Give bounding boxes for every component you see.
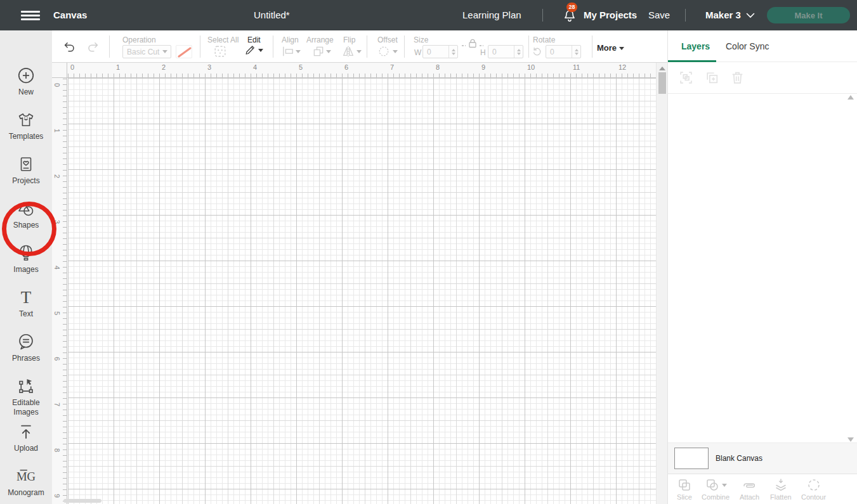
rotate-input[interactable]: 0	[546, 45, 581, 58]
rotate-stepper[interactable]	[572, 46, 580, 58]
height-input[interactable]: 0	[488, 45, 523, 58]
canvas-area: 0123456789101112 0123456789	[52, 63, 656, 504]
tab-color-sync[interactable]: Color Sync	[726, 41, 769, 51]
offset-dropdown-caret[interactable]	[393, 50, 398, 53]
sidebar-item-templates[interactable]: Templates	[0, 110, 52, 141]
trash-icon[interactable]	[729, 70, 745, 86]
flip-icon[interactable]	[341, 44, 355, 58]
canvas-hscrollbar-thumb[interactable]	[63, 499, 101, 503]
top-header-bar: Canvas Untitled* Learning Plan 28 My Pro…	[0, 0, 857, 30]
operation-color-swatch[interactable]	[176, 45, 192, 58]
panel-tabs: Layers Color Sync	[668, 30, 857, 62]
sidebar-item-upload[interactable]: Upload	[0, 422, 52, 453]
ruler-number: 8	[53, 446, 61, 455]
speech-bubble-icon	[16, 332, 36, 351]
arrange-icon[interactable]	[312, 45, 325, 58]
offset-icon[interactable]	[377, 45, 390, 58]
design-grid-canvas[interactable]	[68, 78, 656, 504]
sidebar-item-editable-images[interactable]: Editable Images	[0, 377, 52, 417]
contour-button[interactable]: Contour	[801, 477, 826, 501]
width-stepper[interactable]	[448, 46, 457, 58]
ruler-number: 5	[299, 63, 303, 71]
layers-toolbar	[668, 62, 857, 94]
save-button[interactable]: Save	[648, 0, 670, 30]
ruler-number: 11	[573, 63, 580, 71]
svg-text:MG: MG	[16, 470, 36, 483]
blank-canvas-swatch[interactable]	[674, 448, 709, 469]
duplicate-icon[interactable]	[704, 70, 720, 86]
canvas-vscrollbar[interactable]	[656, 63, 667, 504]
text-icon: T	[21, 288, 32, 307]
combine-dropdown-caret[interactable]	[722, 484, 727, 487]
width-input[interactable]: 0	[422, 45, 458, 58]
ruler-number: 7	[390, 63, 394, 71]
more-dropdown-caret[interactable]	[619, 47, 624, 50]
size-label: Size	[414, 36, 428, 44]
document-title[interactable]: Untitled*	[254, 0, 290, 30]
blank-canvas-label: Blank Canvas	[716, 454, 762, 463]
ruler-number: 2	[162, 63, 166, 71]
height-stepper[interactable]	[514, 46, 523, 58]
sidebar-item-new[interactable]: New	[0, 66, 52, 97]
hamburger-menu-icon[interactable]	[21, 11, 40, 20]
header-divider	[542, 9, 543, 22]
ruler-number: 1	[116, 63, 120, 71]
flip-dropdown-caret[interactable]	[357, 50, 362, 53]
learning-plan-link[interactable]: Learning Plan	[462, 0, 521, 30]
my-projects-link[interactable]: My Projects	[584, 0, 637, 30]
edit-menu[interactable]: Edit	[247, 36, 261, 44]
sidebar-item-images[interactable]: Images	[0, 243, 52, 275]
scroll-up-arrow[interactable]	[659, 67, 665, 70]
sidebar-item-shapes[interactable]: Shapes	[0, 199, 52, 230]
undo-button[interactable]	[62, 41, 76, 53]
pencil-icon[interactable]	[244, 44, 256, 56]
sidebar-item-projects[interactable]: Projects	[0, 155, 52, 186]
editable-path-icon	[16, 377, 36, 396]
notification-count-badge: 28	[566, 3, 577, 12]
blank-canvas-row[interactable]: Blank Canvas	[668, 443, 857, 474]
height-label: H	[480, 48, 486, 57]
ruler-number: 10	[527, 63, 535, 71]
layers-list-empty	[668, 94, 857, 443]
rotate-icon[interactable]	[532, 46, 543, 57]
align-dropdown-caret[interactable]	[296, 50, 301, 53]
lock-aspect-icon[interactable]	[461, 38, 485, 48]
layers-panel: Layers Color Sync Blank Canvas	[667, 30, 857, 504]
ruler-number: 6	[53, 354, 61, 363]
tab-layers[interactable]: Layers	[681, 41, 710, 51]
sidebar-item-phrases[interactable]: Phrases	[0, 332, 52, 363]
layer-actions-bar: Slice Combine Attach	[668, 474, 857, 504]
machine-selector[interactable]: Maker 3	[705, 0, 741, 30]
combine-button[interactable]: Combine	[702, 477, 729, 501]
edit-toolbar: Operation Basic Cut Select All Edit Alig…	[52, 30, 667, 63]
attach-button[interactable]: Attach	[740, 477, 759, 501]
marquee-select-icon[interactable]	[213, 44, 227, 58]
flatten-button[interactable]: Flatten	[770, 477, 792, 501]
more-menu[interactable]: More	[597, 43, 617, 53]
tshirt-icon	[16, 110, 36, 129]
ruler-number: 7	[53, 400, 61, 409]
ruler-number: 9	[53, 491, 61, 500]
project-card-icon	[16, 155, 36, 174]
align-icon[interactable]	[282, 46, 294, 57]
panel-scroll-up-arrow[interactable]	[847, 95, 854, 100]
canvas-vscrollbar-thumb[interactable]	[658, 72, 666, 94]
select-all-button[interactable]: Select All	[207, 36, 239, 44]
slice-button[interactable]: Slice	[677, 477, 692, 501]
operation-dropdown[interactable]: Basic Cut	[122, 45, 171, 58]
redo-button[interactable]	[86, 41, 100, 53]
arrange-dropdown-caret[interactable]	[326, 50, 331, 53]
chevron-down-icon[interactable]	[746, 13, 755, 18]
left-sidebar: New Templates Projects Shapes	[0, 30, 52, 504]
ruler-number: 1	[53, 126, 61, 135]
ruler-number: 4	[53, 263, 61, 272]
flip-label: Flip	[343, 36, 355, 44]
panel-scroll-down-arrow[interactable]	[847, 437, 854, 442]
edit-dropdown-caret[interactable]	[258, 49, 263, 52]
vertical-ruler: 0123456789	[52, 78, 67, 504]
make-it-button[interactable]: Make It	[767, 7, 850, 23]
sidebar-item-text[interactable]: T Text	[0, 288, 52, 319]
group-icon[interactable]	[678, 70, 694, 86]
sidebar-item-monogram[interactable]: MG Monogram	[0, 467, 52, 498]
monogram-icon: MG	[16, 467, 36, 486]
